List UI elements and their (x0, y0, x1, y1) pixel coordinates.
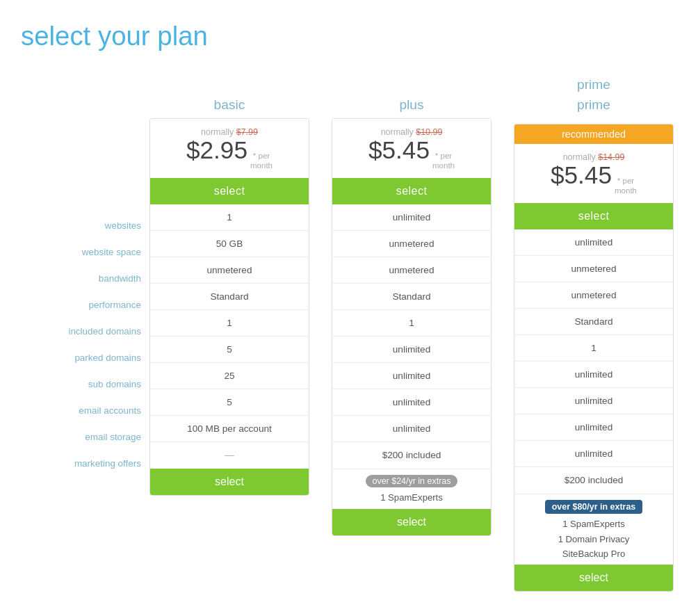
plan-basic-select-bottom[interactable]: select (150, 469, 309, 495)
plan-prime-websites: unlimited (514, 229, 673, 256)
plan-plus-websites: unlimited (332, 204, 491, 231)
plan-plus-per: * permonth (432, 152, 455, 171)
plan-prime-site-backup: SiteBackup Pro (562, 547, 625, 560)
plan-prime-select-top[interactable]: select (514, 203, 673, 229)
plan-plus-included-domains: 1 (332, 310, 491, 337)
plan-basic: basic normally $7.99 $2.95 * permonth se… (149, 72, 309, 592)
plan-prime-marketing-offers: $200 included (514, 467, 673, 494)
plan-basic-normally: normally $7.99 (157, 127, 302, 137)
plan-basic-price: $2.95 (186, 137, 247, 164)
plan-prime-extras: over $80/yr in extras 1 SpamExperts 1 Do… (514, 494, 673, 565)
plan-plus-sub-domains: unlimited (332, 363, 491, 389)
plan-plus-card: normally $10.99 $5.45 * permonth select … (332, 118, 492, 536)
plan-plus-bandwidth: unmetered (332, 257, 491, 284)
label-performance: performance (14, 292, 149, 318)
plan-plus-email-storage: unlimited (332, 416, 491, 442)
plan-basic-sub-domains: 25 (150, 363, 309, 389)
plan-prime-website-space: unmetered (514, 256, 673, 282)
plan-basic-included-domains: 1 (150, 310, 309, 337)
plan-prime-sub-domains: unlimited (514, 388, 673, 414)
page-title: select your plan (14, 21, 668, 51)
label-website-space: website space (14, 239, 149, 266)
plan-plus-parked-domains: unlimited (332, 337, 491, 363)
plan-plus-normally: normally $10.99 (339, 127, 484, 137)
plan-plus-performance: Standard (332, 284, 491, 310)
plan-prime-select-bottom[interactable]: select (514, 565, 673, 591)
plan-plus-select-top[interactable]: select (332, 178, 491, 204)
plan-plus-name: plus (332, 97, 492, 113)
plan-basic-marketing-offers: — (150, 442, 309, 469)
plan-plus-email-accounts: unlimited (332, 389, 491, 416)
plan-basic-price-box: normally $7.99 $2.95 * permonth (150, 119, 309, 178)
plan-prime-card: recommended normally $14.99 $5.45 * perm… (514, 124, 674, 592)
plan-basic-website-space: 50 GB (150, 231, 309, 257)
plan-prime-performance: Standard (514, 309, 673, 335)
plan-basic-original-price: $7.99 (236, 127, 258, 137)
plan-plus-spam-experts: 1 SpamExperts (380, 490, 443, 505)
label-parked-domains: parked domains (14, 345, 149, 371)
label-bandwidth: bandwidth (14, 266, 149, 292)
labels-column: websites website space bandwidth perform… (14, 72, 149, 477)
plan-basic-websites: 1 (150, 204, 309, 231)
plan-prime-name-display: prime (514, 97, 674, 113)
plan-prime-normally: normally $14.99 (521, 152, 666, 162)
pricing-grid: websites website space bandwidth perform… (14, 72, 668, 592)
plan-prime-parked-domains: unlimited (514, 362, 673, 388)
plan-plus-marketing-offers: $200 included (332, 442, 491, 469)
plan-basic-performance: Standard (150, 284, 309, 310)
plan-prime-domain-privacy: 1 Domain Privacy (558, 533, 630, 546)
plan-basic-name: basic (149, 97, 309, 113)
label-included-domains: included domains (14, 318, 149, 345)
plan-prime-email-accounts: unlimited (514, 414, 673, 441)
label-email-accounts: email accounts (14, 398, 149, 424)
plan-plus-website-space: unmetered (332, 231, 491, 257)
plan-prime-extras-badge: over $80/yr in extras (545, 500, 643, 514)
plan-plus-extras-badge: over $24/yr in extras (366, 475, 458, 487)
plan-prime-price: $5.45 (551, 162, 612, 189)
plan-prime-included-domains: 1 (514, 335, 673, 362)
label-websites: websites (14, 213, 149, 239)
plan-prime-per: * permonth (615, 177, 637, 196)
plan-basic-per: * permonth (250, 152, 273, 171)
plan-prime: prime prime recommended normally $14.99 … (514, 72, 674, 592)
plan-plus-select-bottom[interactable]: select (332, 509, 491, 535)
plan-plus-original-price: $10.99 (416, 127, 442, 137)
plan-basic-select-top[interactable]: select (150, 178, 309, 204)
plan-plus-extras: over $24/yr in extras 1 SpamExperts (332, 469, 491, 509)
plan-basic-email-accounts: 5 (150, 389, 309, 416)
label-sub-domains: sub domains (14, 371, 149, 398)
plan-plus: plus normally $10.99 $5.45 * permonth se… (332, 72, 492, 592)
plan-prime-features: unlimited unmetered unmetered Standard 1… (514, 229, 673, 494)
plan-plus-features: unlimited unmetered unmetered Standard 1… (332, 204, 491, 469)
plan-basic-features: 1 50 GB unmetered Standard 1 5 25 5 100 … (150, 204, 309, 469)
plan-prime-name: prime (577, 77, 610, 92)
plan-prime-email-storage: unlimited (514, 441, 673, 467)
plans-grid: basic normally $7.99 $2.95 * permonth se… (149, 72, 674, 592)
plan-basic-parked-domains: 5 (150, 337, 309, 363)
recommended-badge: recommended (514, 124, 673, 144)
plan-basic-email-storage: 100 MB per account (150, 416, 309, 442)
plan-prime-spam-experts: 1 SpamExperts (562, 517, 625, 531)
label-email-storage: email storage (14, 424, 149, 451)
plan-prime-original-price: $14.99 (598, 152, 624, 162)
plan-prime-price-box: normally $14.99 $5.45 * permonth (514, 144, 673, 203)
plan-prime-bandwidth: unmetered (514, 282, 673, 309)
plan-basic-card: normally $7.99 $2.95 * permonth select 1… (149, 118, 309, 496)
plan-basic-bandwidth: unmetered (150, 257, 309, 284)
plan-plus-price: $5.45 (368, 137, 430, 164)
label-marketing-offers: marketing offers (14, 451, 149, 477)
plan-plus-price-box: normally $10.99 $5.45 * permonth (332, 119, 491, 178)
